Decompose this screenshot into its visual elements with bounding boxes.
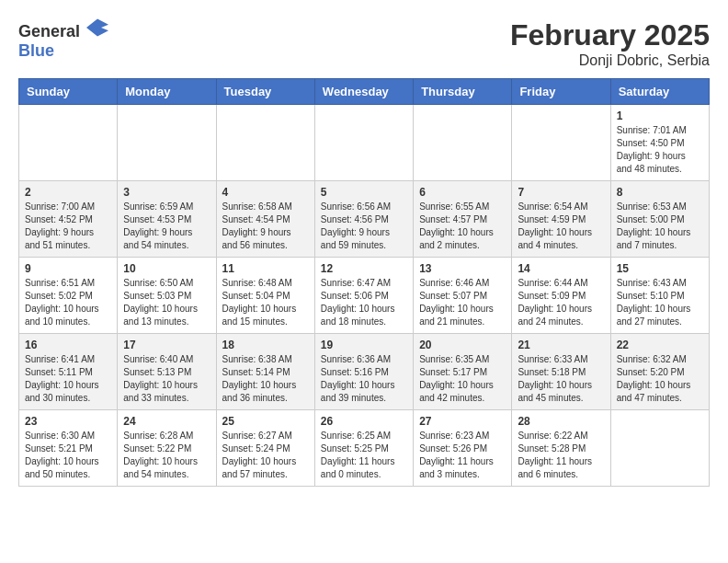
logo-general: General [18,22,80,40]
calendar-week-1: 1Sunrise: 7:01 AM Sunset: 4:50 PM Daylig… [19,105,710,181]
day-info: Sunrise: 6:41 AM Sunset: 5:11 PM Dayligh… [25,353,111,405]
day-number: 15 [617,262,703,275]
day-number: 5 [321,186,407,199]
day-info: Sunrise: 6:35 AM Sunset: 5:17 PM Dayligh… [419,353,506,405]
calendar-day-cell: 10Sunrise: 6:50 AM Sunset: 5:03 PM Dayli… [118,258,216,334]
calendar-day-cell: 24Sunrise: 6:28 AM Sunset: 5:22 PM Dayli… [118,410,216,487]
day-number: 12 [321,262,407,275]
calendar-day-cell [19,105,118,181]
calendar-day-cell: 22Sunrise: 6:32 AM Sunset: 5:20 PM Dayli… [610,334,709,410]
calendar-title: February 2025 [510,18,710,52]
day-number: 24 [123,415,210,428]
calendar-week-3: 9Sunrise: 6:51 AM Sunset: 5:02 PM Daylig… [19,258,710,334]
day-header-sunday: Sunday [19,79,118,105]
day-info: Sunrise: 6:44 AM Sunset: 5:09 PM Dayligh… [518,277,604,328]
day-number: 14 [518,262,604,275]
calendar-header-row: SundayMondayTuesdayWednesdayThursdayFrid… [19,79,710,105]
day-info: Sunrise: 6:54 AM Sunset: 4:59 PM Dayligh… [518,201,604,252]
day-number: 7 [518,186,604,199]
day-number: 17 [123,339,210,351]
day-header-monday: Monday [118,79,216,105]
day-number: 28 [518,415,604,428]
calendar-day-cell: 20Sunrise: 6:35 AM Sunset: 5:17 PM Dayli… [414,334,512,410]
calendar-day-cell [512,105,610,181]
day-number: 2 [25,186,111,199]
calendar-day-cell: 11Sunrise: 6:48 AM Sunset: 5:04 PM Dayli… [216,258,314,334]
calendar-day-cell: 5Sunrise: 6:56 AM Sunset: 4:56 PM Daylig… [314,181,413,258]
day-header-thursday: Thursday [414,79,512,105]
day-number: 3 [123,186,210,199]
calendar-day-cell: 21Sunrise: 6:33 AM Sunset: 5:18 PM Dayli… [512,334,610,410]
day-number: 16 [25,339,111,351]
day-info: Sunrise: 6:51 AM Sunset: 5:02 PM Dayligh… [25,277,111,328]
day-number: 9 [25,262,111,275]
page-header: General Blue February 2025 Donji Dobric,… [18,18,710,69]
day-info: Sunrise: 6:23 AM Sunset: 5:26 PM Dayligh… [419,430,506,481]
day-number: 20 [419,339,506,351]
day-number: 25 [222,415,309,428]
day-info: Sunrise: 6:33 AM Sunset: 5:18 PM Dayligh… [518,353,604,405]
day-info: Sunrise: 6:55 AM Sunset: 4:57 PM Dayligh… [419,201,506,252]
calendar-week-2: 2Sunrise: 7:00 AM Sunset: 4:52 PM Daylig… [19,181,710,258]
day-info: Sunrise: 6:36 AM Sunset: 5:16 PM Dayligh… [321,353,407,405]
calendar-day-cell: 19Sunrise: 6:36 AM Sunset: 5:16 PM Dayli… [314,334,413,410]
day-info: Sunrise: 6:56 AM Sunset: 4:56 PM Dayligh… [321,201,407,252]
day-info: Sunrise: 6:43 AM Sunset: 5:10 PM Dayligh… [617,277,703,328]
calendar-day-cell: 7Sunrise: 6:54 AM Sunset: 4:59 PM Daylig… [512,181,610,258]
calendar-day-cell: 28Sunrise: 6:22 AM Sunset: 5:28 PM Dayli… [512,410,610,487]
day-info: Sunrise: 6:46 AM Sunset: 5:07 PM Dayligh… [419,277,506,328]
day-info: Sunrise: 6:28 AM Sunset: 5:22 PM Dayligh… [123,430,210,481]
day-header-friday: Friday [512,79,610,105]
day-number: 19 [321,339,407,351]
day-info: Sunrise: 6:48 AM Sunset: 5:04 PM Dayligh… [222,277,309,328]
calendar-table: SundayMondayTuesdayWednesdayThursdayFrid… [18,78,710,487]
calendar-day-cell [610,410,709,487]
calendar-day-cell: 14Sunrise: 6:44 AM Sunset: 5:09 PM Dayli… [512,258,610,334]
day-info: Sunrise: 6:47 AM Sunset: 5:06 PM Dayligh… [321,277,407,328]
day-number: 4 [222,186,309,199]
day-number: 10 [123,262,210,275]
day-header-saturday: Saturday [610,79,709,105]
day-info: Sunrise: 6:30 AM Sunset: 5:21 PM Dayligh… [25,430,111,481]
day-info: Sunrise: 6:59 AM Sunset: 4:53 PM Dayligh… [123,201,210,252]
logo-text: General Blue [18,18,108,61]
calendar-day-cell: 1Sunrise: 7:01 AM Sunset: 4:50 PM Daylig… [610,105,709,181]
title-block: February 2025 Donji Dobric, Serbia [510,18,710,69]
day-info: Sunrise: 6:50 AM Sunset: 5:03 PM Dayligh… [123,277,210,328]
day-number: 8 [617,186,703,199]
calendar-day-cell: 18Sunrise: 6:38 AM Sunset: 5:14 PM Dayli… [216,334,314,410]
svg-marker-0 [86,18,108,36]
calendar-day-cell: 3Sunrise: 6:59 AM Sunset: 4:53 PM Daylig… [118,181,216,258]
logo-blue: Blue [18,41,54,60]
calendar-day-cell: 15Sunrise: 6:43 AM Sunset: 5:10 PM Dayli… [610,258,709,334]
calendar-day-cell: 8Sunrise: 6:53 AM Sunset: 5:00 PM Daylig… [610,181,709,258]
calendar-day-cell: 25Sunrise: 6:27 AM Sunset: 5:24 PM Dayli… [216,410,314,487]
day-number: 21 [518,339,604,351]
day-info: Sunrise: 7:00 AM Sunset: 4:52 PM Dayligh… [25,201,111,252]
calendar-week-5: 23Sunrise: 6:30 AM Sunset: 5:21 PM Dayli… [19,410,710,487]
day-number: 13 [419,262,506,275]
logo-bird-icon [86,18,108,37]
day-info: Sunrise: 6:32 AM Sunset: 5:20 PM Dayligh… [617,353,703,405]
day-info: Sunrise: 6:25 AM Sunset: 5:25 PM Dayligh… [321,430,407,481]
day-number: 11 [222,262,309,275]
day-number: 18 [222,339,309,351]
day-number: 6 [419,186,506,199]
calendar-day-cell: 2Sunrise: 7:00 AM Sunset: 4:52 PM Daylig… [19,181,118,258]
day-header-tuesday: Tuesday [216,79,314,105]
calendar-week-4: 16Sunrise: 6:41 AM Sunset: 5:11 PM Dayli… [19,334,710,410]
day-info: Sunrise: 6:58 AM Sunset: 4:54 PM Dayligh… [222,201,309,252]
calendar-day-cell: 16Sunrise: 6:41 AM Sunset: 5:11 PM Dayli… [19,334,118,410]
calendar-day-cell: 4Sunrise: 6:58 AM Sunset: 4:54 PM Daylig… [216,181,314,258]
day-number: 22 [617,339,703,351]
day-number: 1 [617,109,703,122]
calendar-day-cell: 27Sunrise: 6:23 AM Sunset: 5:26 PM Dayli… [414,410,512,487]
day-info: Sunrise: 6:22 AM Sunset: 5:28 PM Dayligh… [518,430,604,481]
calendar-day-cell: 17Sunrise: 6:40 AM Sunset: 5:13 PM Dayli… [118,334,216,410]
day-header-wednesday: Wednesday [314,79,413,105]
day-info: Sunrise: 6:38 AM Sunset: 5:14 PM Dayligh… [222,353,309,405]
calendar-day-cell [216,105,314,181]
day-number: 27 [419,415,506,428]
day-number: 23 [25,415,111,428]
calendar-day-cell [314,105,413,181]
